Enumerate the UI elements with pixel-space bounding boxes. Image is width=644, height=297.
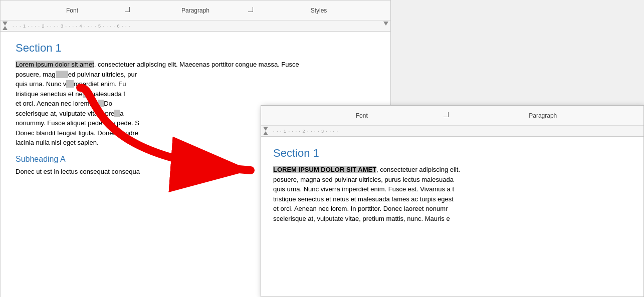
popup-body-paragraph: LOREM IPSUM DOLOR SIT AMET, consectetuer… [273, 165, 631, 223]
popup-font-expand-icon[interactable] [444, 112, 449, 117]
popup-doc-content: Section 1 LOREM IPSUM DOLOR SIT AMET, co… [261, 137, 643, 297]
font-label: Font [66, 7, 78, 14]
popup-highlighted-text: LOREM IPSUM DOLOR SIT AMET [273, 166, 376, 173]
popup-ruler: · · · 1 · · · · 2 · · · · 3 · · · · [261, 126, 643, 137]
popup-document-window: Font Paragraph · · · 1 · · · · 2 · · · ·… [261, 105, 644, 297]
font-expand-icon[interactable] [125, 7, 130, 12]
paragraph-label: Paragraph [181, 7, 209, 14]
popup-ruler-marks: · · · 1 · · · · 2 · · · · 3 · · · · [265, 129, 338, 134]
font-group: Font [11, 7, 134, 14]
ruler-marks-text: · · · 1 · · · · 2 · · · · 3 · · · · 4 · … [5, 24, 131, 29]
paragraph-expand-icon[interactable] [248, 7, 253, 12]
popup-toolbar: Font Paragraph [261, 106, 643, 126]
paragraph-group: Paragraph [134, 7, 257, 14]
popup-ruler-marks-container: · · · 1 · · · · 2 · · · · 3 · · · · [261, 126, 643, 136]
main-ruler: · · · 1 · · · · 2 · · · · 3 · · · · 4 · … [1, 21, 390, 32]
main-toolbar: Font Paragraph Styles [1, 1, 390, 21]
styles-group: Styles [257, 7, 380, 14]
popup-font-label: Font [356, 112, 368, 119]
highlighted-text: Lorem ipsum dolor sit amet [16, 61, 94, 68]
styles-label: Styles [311, 7, 327, 14]
popup-paragraph-label: Paragraph [529, 112, 557, 119]
section-1-heading: Section 1 [16, 42, 375, 55]
popup-font-group: Font [271, 112, 453, 119]
ruler-marks-container: · · · 1 · · · · 2 · · · · 3 · · · · 4 · … [1, 21, 390, 31]
popup-paragraph-group: Paragraph [453, 112, 634, 119]
popup-section-1-heading: Section 1 [273, 147, 631, 160]
